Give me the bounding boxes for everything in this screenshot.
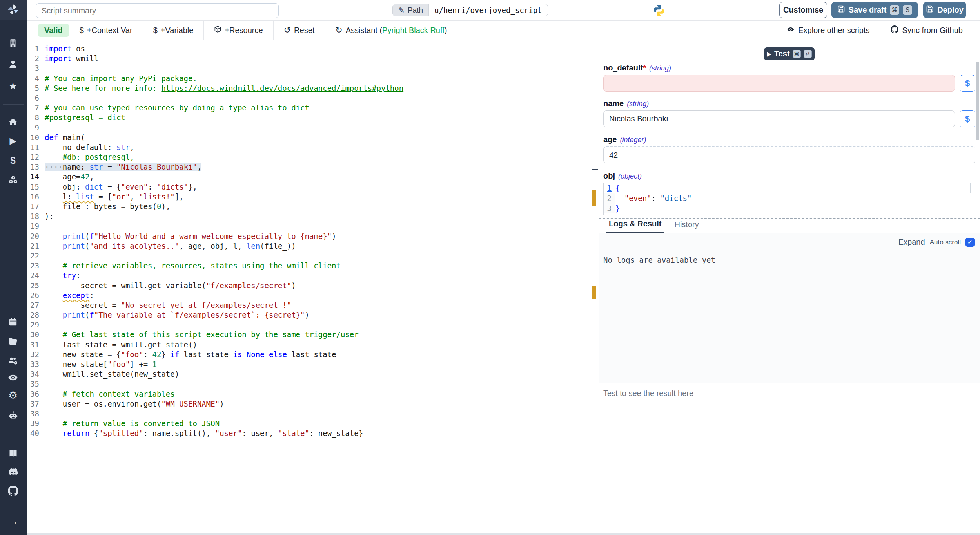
code-lines: 1import os2import wmill34# You can impor… bbox=[27, 44, 590, 439]
code-line[interactable]: 34 wmill.set_state(new_state) bbox=[27, 369, 590, 379]
favorites-star-icon[interactable]: ★ bbox=[6, 79, 20, 93]
add-context-var-button[interactable]: $ +Context Var bbox=[69, 21, 143, 40]
code-line[interactable]: 17 file_: bytes = bytes(0), bbox=[27, 202, 590, 211]
groups-icon[interactable] bbox=[6, 354, 20, 368]
code-line[interactable]: 37 user = os.environ.get("WM_USERNAME") bbox=[27, 399, 590, 409]
splitter-handle[interactable] bbox=[592, 169, 598, 170]
resources-cubes-icon[interactable] bbox=[6, 173, 20, 187]
name-input[interactable] bbox=[603, 110, 955, 127]
code-line[interactable]: 38 bbox=[27, 409, 590, 419]
code-editor[interactable]: 1import os2import wmill34# You can impor… bbox=[27, 40, 590, 533]
docs-book-icon[interactable] bbox=[6, 446, 20, 460]
code-line[interactable]: 14 age=42, bbox=[27, 172, 590, 182]
variables-dollar-icon[interactable]: $ bbox=[6, 154, 20, 168]
code-line[interactable]: 9 bbox=[27, 123, 590, 133]
tab-logs-result[interactable]: Logs & Result bbox=[606, 219, 664, 233]
code-line[interactable]: 36 # fetch context variables bbox=[27, 389, 590, 399]
insert-variable-button[interactable]: $ bbox=[960, 110, 975, 127]
explore-other-scripts-link[interactable]: Explore other scripts bbox=[787, 25, 869, 35]
code-line[interactable]: 3 bbox=[27, 63, 590, 73]
code-line[interactable]: 35 bbox=[27, 379, 590, 389]
add-resource-button[interactable]: +Resource bbox=[204, 21, 273, 40]
reset-button[interactable]: ↺ Reset bbox=[274, 21, 325, 40]
code-line[interactable]: 7# you can use typed resources by doing … bbox=[27, 103, 590, 113]
age-input[interactable] bbox=[603, 146, 975, 163]
code-line[interactable]: 15 obj: dict = {"even": "dicts"}, bbox=[27, 182, 590, 192]
save-draft-button[interactable]: Save draft ⌘ S bbox=[831, 2, 918, 18]
form-scrollbar[interactable] bbox=[976, 62, 979, 140]
home-icon[interactable] bbox=[6, 115, 20, 129]
tab-history[interactable]: History bbox=[671, 220, 702, 233]
code-line[interactable]: 33 new_state["foo"] += 1 bbox=[27, 360, 590, 369]
code-line[interactable]: 16 l: list = ["or", "lists!"], bbox=[27, 192, 590, 202]
test-button[interactable]: ▶ Test ⌘ ↵ bbox=[764, 47, 815, 60]
code-line[interactable]: 12 #db: postgresql, bbox=[27, 152, 590, 162]
code-line[interactable]: 26 except: bbox=[27, 291, 590, 300]
code-line[interactable]: 29 bbox=[27, 320, 590, 330]
code-line[interactable]: 30 # Get last state of this script execu… bbox=[27, 330, 590, 340]
discord-icon[interactable] bbox=[6, 465, 20, 479]
code-line[interactable]: 2import wmill bbox=[27, 54, 590, 63]
code-line[interactable]: 22 bbox=[27, 251, 590, 261]
customise-button[interactable]: Customise bbox=[779, 2, 827, 18]
code-line[interactable]: 6 bbox=[27, 93, 590, 103]
folders-icon[interactable] bbox=[6, 334, 20, 349]
code-line[interactable]: 32 new_state = {"foo": 42} if last_state… bbox=[27, 350, 590, 360]
code-line[interactable]: 21 print("and its acolytes..", age, obj,… bbox=[27, 241, 590, 251]
code-line[interactable]: 1{ bbox=[604, 183, 971, 193]
no-default-input[interactable] bbox=[603, 75, 955, 92]
settings-gear-icon[interactable]: ⚙ bbox=[6, 389, 20, 403]
runs-play-icon[interactable]: ▶ bbox=[6, 134, 20, 148]
script-summary-input[interactable] bbox=[36, 3, 279, 18]
autoscroll-checkbox[interactable]: ✓ bbox=[965, 238, 975, 247]
sidebar-divider bbox=[3, 506, 24, 506]
deploy-button[interactable]: Deploy bbox=[923, 2, 966, 18]
play-icon: ▶ bbox=[767, 51, 771, 58]
audit-eye-icon[interactable] bbox=[6, 371, 20, 385]
code-line[interactable]: 1import os bbox=[27, 44, 590, 54]
code-line[interactable]: 18): bbox=[27, 211, 590, 221]
insert-variable-button[interactable]: $ bbox=[960, 75, 975, 92]
refresh-icon: ↻ bbox=[335, 25, 342, 35]
code-line[interactable]: 8#postgresql = dict bbox=[27, 113, 590, 123]
add-variable-button[interactable]: $ +Variable bbox=[143, 21, 204, 40]
windmill-logo[interactable] bbox=[0, 0, 27, 20]
workers-robot-icon[interactable] bbox=[6, 408, 20, 422]
sync-from-github-link[interactable]: Sync from Github bbox=[891, 25, 963, 35]
code-line[interactable]: 3} bbox=[604, 203, 971, 213]
code-line[interactable]: 24 try: bbox=[27, 271, 590, 280]
collapse-arrow-icon[interactable]: → bbox=[6, 514, 20, 528]
required-asterisk: * bbox=[643, 63, 646, 72]
code-line[interactable]: 25 secret = wmill.get_variable("f/exampl… bbox=[27, 281, 590, 291]
right-panel: ▶ Test ⌘ ↵ no_default*(string) $ name(st… bbox=[599, 40, 980, 533]
code-line[interactable]: 5# See here for more info: https://docs.… bbox=[27, 83, 590, 93]
code-line[interactable]: 11 no_default: str, bbox=[27, 143, 590, 152]
github-icon[interactable] bbox=[6, 484, 20, 498]
github-icon bbox=[891, 25, 898, 35]
code-line[interactable]: 31 last_state = wmill.get_state() bbox=[27, 340, 590, 350]
assistant-button[interactable]: ↻ Assistant (Pyright Black Ruff) bbox=[325, 21, 457, 40]
code-line[interactable]: 28 print(f"The variable at `f/examples/s… bbox=[27, 310, 590, 320]
code-line[interactable]: 10def main( bbox=[27, 133, 590, 143]
code-line[interactable]: 27 secret = "No secret yet at f/examples… bbox=[27, 300, 590, 310]
topbar: ✎ Path u/henri/overjoyed_script Customis… bbox=[27, 0, 980, 21]
path-badge[interactable]: ✎ Path u/henri/overjoyed_script bbox=[392, 4, 548, 16]
code-line[interactable]: 19 bbox=[27, 221, 590, 231]
code-line[interactable]: 20 print(f"Hello World and a warm welcom… bbox=[27, 231, 590, 241]
code-line[interactable]: 40 return {"splitted": name.split(), "us… bbox=[27, 428, 590, 438]
code-line[interactable]: 2 "even": "dicts" bbox=[604, 193, 971, 203]
obj-json-editor[interactable]: 1{2 "even": "dicts"3} bbox=[603, 183, 971, 215]
code-line[interactable]: 4# You can import any PyPi package. bbox=[27, 74, 590, 83]
workspace-icon[interactable] bbox=[6, 36, 20, 50]
code-line[interactable]: 13····name: str = "Nicolas Bourbaki", bbox=[27, 162, 590, 172]
expand-logs-link[interactable]: Expand bbox=[898, 238, 925, 247]
logs-panel: Expand Auto scroll ✓ No logs are availab… bbox=[599, 233, 980, 383]
code-line[interactable]: 23 # retrieve variables, resources, stat… bbox=[27, 261, 590, 271]
overview-ruler-mark bbox=[592, 286, 596, 299]
dollar-icon: $ bbox=[80, 26, 84, 35]
user-icon[interactable] bbox=[6, 57, 20, 71]
code-line[interactable]: 39 # return value is converted to JSON bbox=[27, 419, 590, 428]
panel-splitter[interactable] bbox=[590, 40, 599, 533]
undo-icon: ↺ bbox=[284, 25, 291, 35]
schedules-calendar-icon[interactable] bbox=[6, 315, 20, 329]
